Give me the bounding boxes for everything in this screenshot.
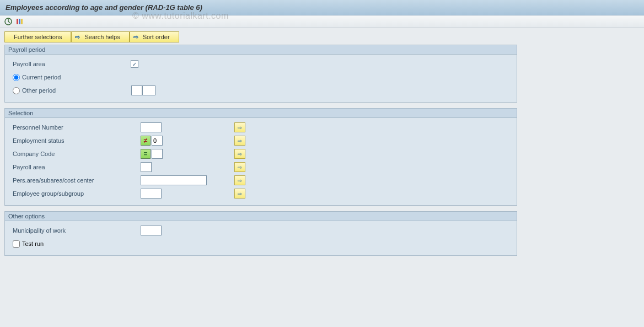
page-title: Employees according to age and gender (R… — [0, 0, 644, 15]
other-period-radio[interactable] — [13, 87, 20, 94]
payroll-area-checkbox[interactable]: ✓ — [131, 60, 138, 68]
group-legend: Payroll period — [5, 45, 517, 55]
arrow-right-icon: ⇨ — [238, 164, 242, 170]
pers-area-input[interactable] — [141, 175, 207, 185]
sort-order-button[interactable]: ⇨ Sort order — [130, 31, 179, 42]
further-selections-button[interactable]: Further selections — [4, 31, 71, 42]
multi-select-button[interactable]: ⇨ — [234, 175, 245, 185]
current-period-label: Current period — [22, 74, 61, 81]
other-period-label: Other period — [22, 87, 131, 94]
payroll-area-input[interactable] — [141, 162, 152, 172]
arrow-right-icon: ⇨ — [75, 34, 80, 41]
current-period-radio[interactable] — [13, 74, 20, 81]
arrow-right-icon: ⇨ — [238, 178, 242, 184]
pers-area-label: Pers.area/subarea/cost center — [9, 177, 131, 184]
employment-status-label: Employment status — [9, 137, 131, 144]
app-toolbar: © www.tutorialkart.com — [0, 15, 644, 28]
other-period-input-1[interactable] — [131, 85, 142, 95]
svg-rect-1 — [17, 19, 18, 24]
personnel-number-input[interactable] — [141, 122, 162, 132]
variant-icon[interactable] — [15, 18, 23, 25]
employee-group-label: Employee group/subgroup — [9, 190, 131, 197]
button-label: Sort order — [143, 34, 170, 40]
selection-group: Selection Personnel Number ⇨ Employment … — [4, 108, 517, 206]
other-period-input-2[interactable] — [142, 85, 155, 95]
button-label: Search helps — [84, 34, 120, 40]
company-code-input[interactable] — [152, 149, 163, 159]
arrow-right-icon: ⇨ — [238, 125, 242, 131]
arrow-right-icon: ⇨ — [238, 191, 242, 197]
payroll-area-label: Payroll area — [9, 61, 131, 67]
multi-select-button[interactable]: ⇨ — [234, 162, 245, 172]
svg-rect-3 — [21, 19, 23, 24]
multi-select-button[interactable]: ⇨ — [234, 122, 245, 132]
arrow-right-icon: ⇨ — [133, 34, 138, 41]
company-code-label: Company Code — [9, 151, 131, 157]
employee-group-input[interactable] — [141, 189, 162, 199]
municipality-label: Municipality of work — [9, 227, 131, 234]
test-run-label: Test run — [22, 240, 44, 247]
group-legend: Selection — [5, 109, 517, 118]
payroll-period-group: Payroll period Payroll area ✓ Current pe… — [4, 45, 517, 103]
multi-select-button[interactable]: ⇨ — [234, 136, 245, 146]
button-label: Further selections — [14, 34, 62, 40]
group-legend: Other options — [5, 212, 517, 221]
test-run-checkbox[interactable] — [13, 240, 20, 248]
municipality-input[interactable] — [141, 226, 162, 235]
execute-icon[interactable] — [4, 18, 12, 25]
not-equal-indicator[interactable]: ≠ — [141, 136, 151, 146]
equal-indicator[interactable]: = — [141, 149, 151, 159]
payroll-area-label: Payroll area — [9, 164, 131, 170]
employment-status-input[interactable] — [152, 136, 163, 146]
other-options-group: Other options Municipality of work Test … — [4, 211, 517, 256]
arrow-right-icon: ⇨ — [238, 151, 242, 157]
search-helps-button[interactable]: ⇨ Search helps — [71, 31, 129, 42]
svg-rect-2 — [19, 19, 20, 24]
personnel-number-label: Personnel Number — [9, 124, 131, 131]
multi-select-button[interactable]: ⇨ — [234, 149, 245, 159]
multi-select-button[interactable]: ⇨ — [234, 189, 245, 199]
arrow-right-icon: ⇨ — [238, 138, 242, 144]
